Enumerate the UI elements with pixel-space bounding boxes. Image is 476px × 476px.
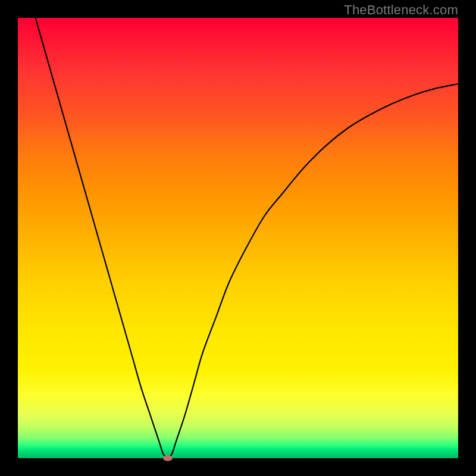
plot-area [18, 18, 458, 458]
watermark-text: TheBottleneck.com [344, 2, 458, 18]
minimum-marker [163, 455, 173, 461]
chart-frame: TheBottleneck.com [0, 0, 476, 476]
bottleneck-curve [18, 18, 458, 458]
